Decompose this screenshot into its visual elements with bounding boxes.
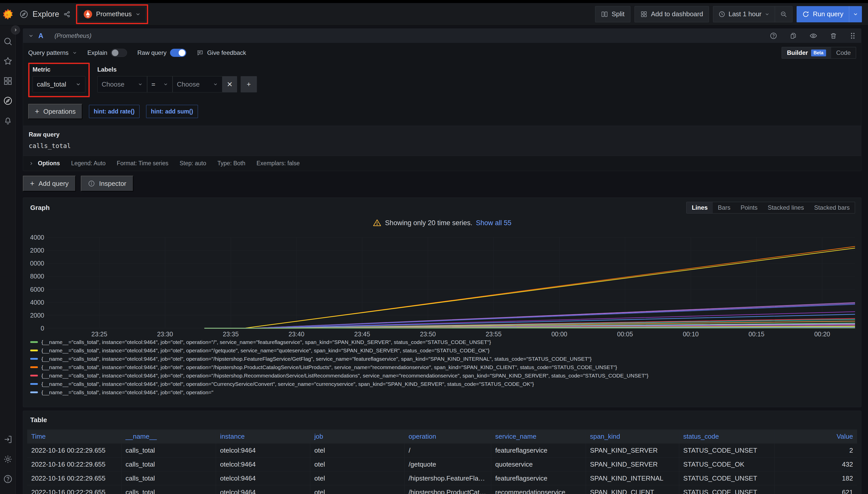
raw-query-toggle[interactable]: Raw query (137, 49, 186, 57)
zoom-out-button[interactable] (775, 6, 792, 22)
legend-series-label: {__name__="calls_total", instance="otelc… (41, 356, 592, 362)
run-query-dropdown[interactable] (849, 6, 862, 22)
compass-icon (19, 10, 29, 19)
explain-switch[interactable] (111, 49, 127, 57)
chevron-down-icon (764, 12, 770, 17)
raw-query-preview: Raw query calls_total (23, 126, 861, 156)
legend-item[interactable]: {__name__="calls_total", instance="otelc… (30, 338, 854, 346)
table-cell: otelcol:9464 (216, 443, 310, 457)
search-icon[interactable] (0, 32, 16, 51)
option-summary-3: Type: Both (217, 160, 246, 167)
datasource-picker[interactable]: Prometheus (78, 7, 146, 22)
metric-highlight-box: Metric calls_total (28, 63, 90, 97)
column-header-__name__[interactable]: __name__ (122, 430, 216, 443)
settings-gear-icon[interactable] (0, 449, 16, 469)
svg-text:23:35: 23:35 (223, 330, 239, 336)
split-button[interactable]: Split (595, 6, 630, 22)
label-operator-select[interactable]: = (147, 76, 173, 92)
add-operations-button[interactable]: + Operations (28, 104, 82, 119)
legend-item[interactable]: {__name__="calls_total", instance="otelc… (30, 355, 854, 363)
table-row[interactable]: 2022-10-16 00:22:29.655calls_totalotelco… (27, 457, 857, 471)
column-header-span_kind[interactable]: span_kind (586, 430, 679, 443)
column-header-service_name[interactable]: service_name (491, 430, 586, 443)
column-header-Time[interactable]: Time (27, 430, 122, 443)
table-row[interactable]: 2022-10-16 00:22:29.655calls_totalotelco… (27, 471, 857, 485)
graph-mode-points[interactable]: Points (735, 202, 762, 213)
remove-label-filter-button[interactable]: ✕ (222, 76, 237, 92)
label-key-select[interactable]: Choose (97, 76, 147, 92)
table-cell: 2 (775, 443, 857, 457)
query-help-icon[interactable] (770, 32, 777, 40)
graph-mode-bars[interactable]: Bars (713, 202, 735, 213)
explore-main: A (Prometheus) (16, 25, 868, 494)
label-value-select[interactable]: Choose (173, 76, 222, 92)
options-expander[interactable]: Options (29, 160, 60, 167)
sidebar-expand-button[interactable] (11, 25, 20, 35)
add-query-button[interactable]: + Add query (23, 176, 76, 191)
legend-item[interactable]: {__name__="calls_total", instance="otelc… (30, 388, 854, 397)
column-header-Value[interactable]: Value (775, 430, 857, 443)
graph-mode-stacked-lines[interactable]: Stacked lines (762, 202, 809, 213)
table-row[interactable]: 2022-10-16 00:22:29.655calls_totalotelco… (27, 443, 857, 457)
graph-mode-stacked-bars[interactable]: Stacked bars (809, 202, 855, 213)
show-all-series-link[interactable]: Show all 55 (476, 219, 511, 227)
legend-series-label: {__name__="calls_total", instance="otelc… (41, 390, 214, 396)
explain-toggle[interactable]: Explain (87, 49, 127, 57)
table-cell: otel (310, 486, 404, 494)
duplicate-query-icon[interactable] (790, 32, 797, 40)
help-icon[interactable] (0, 469, 16, 489)
table-body: 2022-10-16 00:22:29.655calls_totalotelco… (27, 443, 857, 494)
column-header-status_code[interactable]: status_code (679, 430, 775, 443)
dashboards-icon[interactable] (0, 71, 16, 91)
starred-icon[interactable] (0, 51, 16, 71)
add-label-filter-button[interactable]: + (241, 76, 257, 92)
query-toolbar: Query patterns Explain Raw query (23, 43, 861, 60)
add-to-dashboard-button[interactable]: Add to dashboard (634, 6, 709, 22)
legend-series-marker (30, 341, 38, 343)
clock-icon (718, 11, 725, 18)
legend-item[interactable]: {__name__="calls_total", instance="otelc… (30, 346, 854, 355)
column-header-job[interactable]: job (310, 430, 404, 443)
legend-item[interactable]: {__name__="calls_total", instance="otelc… (30, 380, 854, 388)
query-row-header[interactable]: A (Prometheus) (23, 29, 861, 43)
table-row[interactable]: 2022-10-16 00:22:29.655calls_totalotelco… (27, 485, 857, 494)
alerting-bell-icon[interactable] (0, 111, 16, 131)
explore-compass-icon[interactable] (0, 91, 16, 111)
query-patterns-dropdown[interactable]: Query patterns (28, 49, 77, 56)
raw-query-switch[interactable] (170, 49, 186, 57)
sign-in-icon[interactable] (0, 430, 16, 449)
code-tab[interactable]: Code (831, 47, 856, 58)
table-cell: STATUS_CODE_UNSET (679, 471, 775, 485)
drag-handle-icon[interactable] (849, 32, 856, 40)
table-cell: calls_total (122, 471, 216, 485)
table-cell: STATUS_CODE_UNSET (679, 486, 775, 494)
timeseries-chart[interactable]: 0200040006000800010000120001400023:2523:… (23, 232, 861, 336)
operations-row: + Operations hint: add rate() hint: add … (23, 103, 861, 126)
table-panel-title: Table (30, 416, 47, 424)
share-icon[interactable] (63, 11, 71, 18)
hint-add-sum-button[interactable]: hint: add sum() (146, 105, 198, 118)
give-feedback-link[interactable]: Give feedback (196, 49, 246, 56)
grafana-logo[interactable] (0, 8, 16, 20)
raw-query-value: calls_total (29, 142, 855, 150)
builder-tab[interactable]: Builder Beta (782, 47, 831, 58)
time-picker[interactable]: Last 1 hour (713, 6, 775, 22)
svg-text:4000: 4000 (30, 299, 44, 306)
label-filter-row: Choose = Choose ✕ (97, 76, 237, 92)
hide-query-eye-icon[interactable] (809, 32, 817, 40)
metric-select[interactable]: calls_total (33, 76, 85, 92)
legend-series-label: {__name__="calls_total", instance="otelc… (41, 364, 617, 370)
run-query-button[interactable]: Run query (797, 6, 849, 22)
svg-text:6000: 6000 (30, 286, 44, 293)
legend-item[interactable]: {__name__="calls_total", instance="otelc… (30, 363, 854, 372)
legend-item[interactable]: {__name__="calls_total", instance="otelc… (30, 372, 854, 380)
hint-add-rate-button[interactable]: hint: add rate() (89, 105, 140, 118)
graph-mode-lines[interactable]: Lines (687, 202, 713, 213)
svg-text:12000: 12000 (30, 247, 44, 254)
column-header-operation[interactable]: operation (404, 430, 491, 443)
column-header-instance[interactable]: instance (216, 430, 310, 443)
svg-text:00:00: 00:00 (551, 330, 567, 336)
remove-query-trash-icon[interactable] (830, 32, 837, 40)
collapse-chevron-icon[interactable] (28, 33, 34, 39)
inspector-button[interactable]: Inspector (81, 176, 133, 191)
